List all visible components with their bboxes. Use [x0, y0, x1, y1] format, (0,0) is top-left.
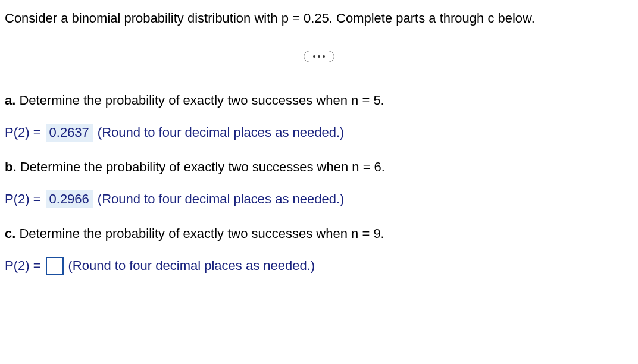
part-b-answer: P(2) = 0.2966 (Round to four decimal pla…	[5, 190, 633, 208]
part-a-prompt: a. Determine the probability of exactly …	[5, 93, 633, 108]
part-c-prompt: c. Determine the probability of exactly …	[5, 226, 633, 241]
part-b-text: Determine the probability of exactly two…	[20, 159, 385, 174]
ellipsis-icon	[323, 55, 325, 58]
part-a-label: a.	[5, 93, 15, 108]
part-a-value: 0.2637	[46, 124, 93, 142]
ellipsis-icon	[318, 55, 320, 58]
part-c-input[interactable]	[46, 257, 64, 275]
part-c-answer: P(2) = (Round to four decimal places as …	[5, 257, 633, 275]
part-b-hint: (Round to four decimal places as needed.…	[98, 192, 345, 207]
part-c-text: Determine the probability of exactly two…	[19, 226, 384, 241]
part-b-label: b.	[5, 159, 17, 174]
part-a-hint: (Round to four decimal places as needed.…	[98, 125, 345, 140]
problem-intro: Consider a binomial probability distribu…	[5, 11, 633, 26]
part-a-answer: P(2) = 0.2637 (Round to four decimal pla…	[5, 124, 633, 142]
part-a-prefix: P(2) =	[5, 125, 41, 140]
part-b-prefix: P(2) =	[5, 192, 41, 207]
part-a-text: Determine the probability of exactly two…	[19, 93, 384, 108]
part-c-prefix: P(2) =	[5, 258, 41, 274]
part-c-label: c.	[5, 226, 15, 241]
part-b-prompt: b. Determine the probability of exactly …	[5, 159, 633, 175]
divider	[5, 50, 633, 63]
ellipsis-icon	[313, 55, 315, 58]
part-c-hint: (Round to four decimal places as needed.…	[68, 258, 315, 274]
part-b-value: 0.2966	[46, 190, 93, 208]
more-pill-button[interactable]	[304, 51, 334, 62]
